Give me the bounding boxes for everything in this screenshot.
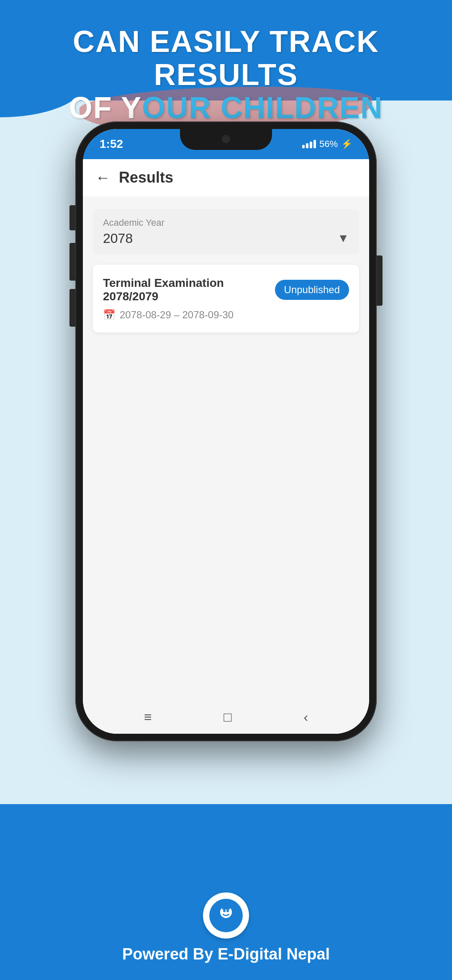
phone-button-mute [69,205,75,230]
year-select-row: 2078 ▼ [103,231,349,246]
signal-bar-2 [306,143,308,148]
menu-nav-icon[interactable]: ≡ [144,709,152,725]
app-bar: ← Results [83,159,369,196]
status-bar: 1:52 56% ⚡ [83,129,369,159]
signal-bars [302,140,316,148]
footer: Powered By E-Digital Nepal [0,892,452,963]
back-button[interactable]: ← [95,169,110,186]
logo-avatar-icon [213,903,239,928]
signal-bar-1 [302,145,305,148]
header-section: CAN EASILY TRACK RESULTS OF YOUR CHILDRE… [0,25,452,125]
exam-name: Terminal Examination 2078/2079 [103,276,275,303]
svg-point-4 [218,919,234,927]
main-content: Academic Year 2078 ▼ Terminal Examinatio… [83,196,369,701]
academic-year-value: 2078 [103,231,133,246]
academic-year-label: Academic Year [103,217,349,228]
charging-icon: ⚡ [341,139,352,150]
exam-date-range: 2078-08-29 – 2078-09-30 [120,309,234,321]
phone-button-vol-up [69,243,75,281]
svg-rect-3 [222,906,230,910]
svg-point-1 [223,910,226,912]
exam-card-header: Terminal Examination 2078/2079 Unpublish… [103,276,349,303]
status-icons: 56% ⚡ [302,139,352,150]
phone-button-power [377,255,383,306]
phone-outer: 1:52 56% ⚡ [75,121,377,741]
footer-logo [203,892,249,939]
camera [222,135,230,143]
header-line2: OF YOUR CHILDREN [25,91,427,124]
header-line2-part1: OF Y [69,91,142,124]
signal-bar-3 [310,142,312,148]
phone-mockup: 1:52 56% ⚡ [75,121,377,741]
phone-screen: 1:52 56% ⚡ [83,129,369,734]
status-time: 1:52 [100,137,123,151]
notch [180,129,272,150]
bottom-nav: ≡ □ ‹ [83,701,369,734]
header-line1: CAN EASILY TRACK RESULTS [25,25,427,91]
signal-bar-4 [313,140,316,148]
dropdown-arrow-icon: ▼ [337,232,349,245]
exam-card[interactable]: Terminal Examination 2078/2079 Unpublish… [93,265,359,333]
back-nav-icon[interactable]: ‹ [303,709,308,725]
app-screen: ← Results Academic Year 2078 ▼ [83,159,369,734]
svg-point-2 [226,910,229,912]
battery-percent: 56% [319,139,338,150]
exam-dates: 📅 2078-08-29 – 2078-09-30 [103,309,349,321]
calendar-icon: 📅 [103,309,116,321]
header-line2-highlight: OUR CHILDREN [142,91,383,124]
footer-logo-inner [209,899,243,932]
footer-text: Powered By E-Digital Nepal [0,945,452,963]
app-bar-title: Results [119,169,173,186]
status-badge: Unpublished [275,280,349,300]
home-nav-icon[interactable]: □ [223,709,231,725]
content-area: Academic Year 2078 ▼ Terminal Examinatio… [83,196,369,701]
academic-year-dropdown[interactable]: Academic Year 2078 ▼ [93,209,359,255]
phone-button-vol-down [69,289,75,327]
